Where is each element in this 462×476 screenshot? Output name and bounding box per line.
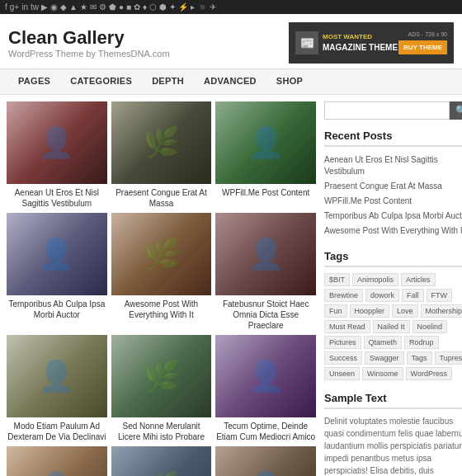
nav-categories[interactable]: CATEGORIES — [60, 69, 142, 94]
tags-section: Tags $BITAnimopolisArticlesBrewtinedowor… — [324, 250, 462, 380]
tag[interactable]: Fun — [324, 304, 347, 318]
ad-magazine: MAGAZINE THEME — [323, 42, 398, 53]
social-icon-mail[interactable]: ✉ — [90, 2, 97, 12]
ad-icon: 📰 — [295, 31, 318, 54]
social-icon-yt[interactable]: ▶ — [41, 2, 48, 12]
gallery-thumb: 🌿 — [111, 335, 212, 417]
person-silhouette-icon: 🌿 — [111, 213, 212, 295]
social-icon-bolt[interactable]: ⚡ — [178, 2, 188, 12]
social-icon-hex2[interactable]: ⬢ — [159, 2, 167, 12]
tag[interactable]: Animopolis — [352, 273, 398, 286]
social-icon-gear[interactable]: ⚙ — [99, 2, 106, 12]
tag[interactable]: Pictures — [324, 336, 361, 349]
tag[interactable]: Hooppler — [350, 304, 390, 318]
ad-size-label: ADS - 728 x 90 — [408, 31, 447, 37]
gallery-item[interactable]: 🌿Praesent Congue Erat At Massa — [111, 101, 212, 209]
tag[interactable]: Must Read — [324, 320, 370, 333]
social-icon-sq2[interactable]: ◾ — [197, 2, 207, 12]
sample-text-title: Sample Text — [324, 392, 462, 409]
tags-container: $BITAnimopolisArticlesBrewtinedoworkFall… — [324, 273, 462, 380]
social-icon-play[interactable]: ⬟ — [109, 2, 116, 12]
social-icon-tw[interactable]: tw — [31, 2, 39, 12]
social-icon-arr[interactable]: ▸ — [191, 2, 195, 12]
social-icon-ig[interactable]: ◉ — [50, 2, 58, 12]
social-icon-star2[interactable]: ✦ — [169, 2, 176, 12]
tag[interactable]: Love — [392, 304, 418, 318]
gallery-caption: Temporibus Ab Culpa Ipsa Morbi Auctor — [7, 299, 107, 320]
social-icon-sq[interactable]: ■ — [126, 2, 131, 12]
tag[interactable]: Rodrup — [404, 336, 439, 349]
recent-post-item[interactable]: Temporibus Ab Culpa Ipsa Morbi Auctor — [324, 209, 462, 224]
gallery-item[interactable]: 👤Tecum Optime, Deinde Etiam Cum Mediocri… — [215, 335, 316, 442]
person-silhouette-icon: 👤 — [7, 335, 107, 417]
tag[interactable]: Nailed It — [373, 320, 410, 333]
social-icon-star[interactable]: ★ — [80, 2, 87, 12]
tag[interactable]: Articles — [401, 273, 436, 286]
tag[interactable]: Tupress — [435, 351, 462, 365]
social-icon-flower[interactable]: ✿ — [134, 2, 140, 12]
social-icon-mb[interactable]: ◆ — [60, 2, 67, 12]
person-silhouette-icon: 🌿 — [111, 446, 212, 476]
social-icon-in[interactable]: in — [21, 2, 28, 12]
tag[interactable]: Swagger — [365, 351, 404, 365]
nav-pages[interactable]: PAGES — [8, 69, 60, 94]
search-button[interactable]: 🔍 — [450, 101, 462, 120]
gallery-thumb: 👤 — [7, 213, 107, 295]
site-subtitle: WordPress Theme by ThemesDNA.com — [8, 49, 170, 59]
tag[interactable]: Fall — [402, 289, 424, 302]
recent-post-item[interactable]: Praesent Congue Erat At Massa — [324, 179, 462, 194]
gallery-item[interactable]: 👤WPFill.Me Post Content — [215, 101, 316, 209]
social-icon-diam[interactable]: ♦ — [143, 2, 147, 12]
gallery-item[interactable]: 👤Modo Etiam Paulum Ad Dexteram De Via De… — [7, 335, 107, 442]
person-silhouette-icon: 👤 — [7, 101, 107, 184]
gallery-thumb: 👤 — [215, 101, 316, 184]
recent-post-item[interactable]: WPFill.Me Post Content — [324, 194, 462, 209]
main-nav: PAGES CATEGORIES DEPTH ADVANCED SHOP — [0, 69, 462, 95]
nav-shop[interactable]: SHOP — [266, 69, 313, 94]
nav-advanced[interactable]: ADVANCED — [194, 69, 266, 94]
gallery-grid: 👤Aenean Ut Eros Et Nisl Sagittis Vestibu… — [7, 101, 316, 476]
social-icon-plane[interactable]: ✈ — [210, 2, 216, 12]
social-icon-f[interactable]: f — [5, 2, 7, 12]
tag[interactable]: $BIT — [324, 273, 350, 286]
sample-text-content: Delinit voluptates molestie faucibus qua… — [324, 415, 462, 476]
recent-posts-section: Recent Posts Aenean Ut Eros Et Nisl Sagi… — [324, 130, 462, 238]
ad-banner-left: 📰 MOST WANTED MAGAZINE THEME — [295, 31, 398, 54]
gallery-item[interactable]: 🌿Sed Nonne Merulanit Licere Mihi isto Pr… — [111, 335, 212, 442]
gallery-item[interactable]: 👤 — [215, 446, 316, 476]
tag[interactable]: Mothership — [421, 304, 462, 318]
tag[interactable]: Success — [324, 351, 362, 365]
tag[interactable]: Winsome — [362, 367, 403, 380]
search-input[interactable] — [324, 101, 450, 120]
recent-post-item[interactable]: Awesome Post With Everything With It — [324, 224, 462, 238]
social-icon-hex[interactable]: ⬡ — [149, 2, 157, 12]
social-icon-vm[interactable]: ▲ — [69, 2, 78, 12]
main-layout: 👤Aenean Ut Eros Et Nisl Sagittis Vestibu… — [0, 95, 462, 476]
gallery-caption: Sed Nonne Merulanit Licere Mihi isto Pro… — [111, 421, 212, 442]
gallery-item[interactable]: 👤Aenean Ut Eros Et Nisl Sagittis Vestibu… — [7, 101, 107, 209]
tag[interactable]: Brewtine — [324, 289, 363, 302]
tag[interactable]: Noelind — [412, 320, 448, 333]
tag[interactable]: Tags — [407, 351, 432, 365]
tag[interactable]: Unseen — [324, 367, 360, 380]
tag[interactable]: Qtameth — [364, 336, 403, 349]
gallery-item[interactable]: 👤Fatebusnur Stoict Haec Omnia Dicta Esse… — [215, 213, 316, 331]
gallery-item[interactable]: 👤 — [7, 446, 107, 476]
tag[interactable]: FTW — [427, 289, 453, 302]
social-icon-gplus[interactable]: g+ — [10, 2, 19, 12]
gallery-item[interactable]: 👤Temporibus Ab Culpa Ipsa Morbi Auctor — [7, 213, 107, 331]
gallery-thumb: 👤 — [215, 213, 316, 295]
recent-post-item[interactable]: Aenean Ut Eros Et Nisl Sagittis Vestibul… — [324, 153, 462, 179]
gallery-item[interactable]: 🌿 — [111, 446, 212, 476]
nav-depth[interactable]: DEPTH — [142, 69, 194, 94]
person-silhouette-icon: 🌿 — [111, 101, 212, 184]
tag[interactable]: dowork — [365, 289, 399, 302]
person-silhouette-icon: 👤 — [215, 213, 316, 295]
ad-banner[interactable]: 📰 MOST WANTED MAGAZINE THEME ADS - 728 x… — [289, 22, 454, 64]
gallery-item[interactable]: 🌿Awesome Post With Everything With It — [111, 213, 212, 331]
buy-theme-button[interactable]: BUY THEME — [398, 40, 447, 54]
gallery-thumb: 🌿 — [111, 213, 212, 295]
person-silhouette-icon: 👤 — [7, 446, 107, 476]
social-icon-dot[interactable]: ● — [119, 2, 124, 12]
tag[interactable]: WordPress — [406, 367, 452, 380]
